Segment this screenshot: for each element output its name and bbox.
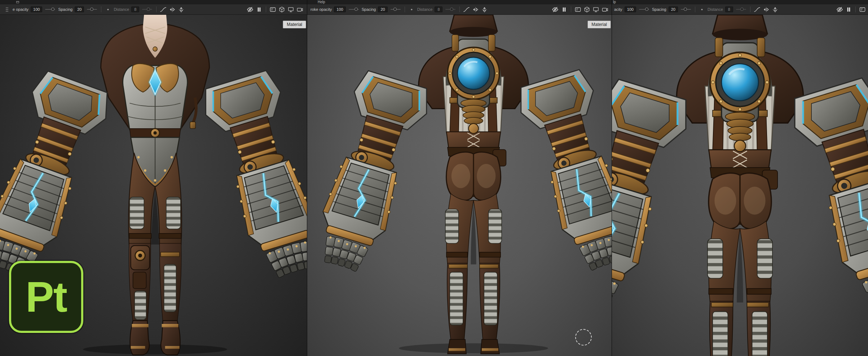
spacing-value[interactable]: 20	[378, 6, 387, 12]
distance-label: Distance	[114, 7, 129, 12]
menu-bar	[0, 0, 307, 4]
toolbar-separator	[855, 6, 856, 12]
toolbar-separator	[750, 6, 750, 12]
display-settings-icon[interactable]	[287, 6, 294, 13]
menu-bar: lp	[612, 0, 868, 4]
spacing-slider[interactable]	[391, 9, 401, 10]
substance-painter-logo: Pt	[9, 261, 83, 333]
spacing-value[interactable]: 20	[75, 6, 84, 12]
window-icon	[16, 0, 20, 4]
panels-toggle-icon[interactable]	[269, 6, 276, 13]
symmetry-y-icon[interactable]	[772, 6, 779, 13]
symmetry-x-icon[interactable]	[472, 6, 479, 13]
spacing-slider[interactable]	[87, 9, 97, 10]
stroke-opacity-value[interactable]: 100	[334, 6, 345, 12]
distance-dot-icon[interactable]	[408, 6, 415, 13]
stroke-opacity-label: e opacity	[13, 7, 28, 12]
distance-dot-icon[interactable]	[105, 6, 111, 13]
viewport-3d[interactable]	[612, 15, 868, 356]
symmetry-x-icon[interactable]	[169, 6, 176, 13]
viewport-panel-back: Help roke opacity 100 Spacing 20 Distanc…	[307, 0, 612, 356]
menu-item-help[interactable]: lp	[613, 0, 616, 4]
distance-value[interactable]: 8	[725, 6, 733, 12]
stroke-opacity-slider[interactable]	[639, 9, 649, 10]
camera-icon[interactable]	[602, 6, 608, 13]
spacing-label: Spacing	[652, 7, 666, 12]
brush-cursor	[575, 329, 592, 346]
pause-icon[interactable]	[256, 6, 263, 13]
visibility-off-icon[interactable]	[552, 6, 559, 13]
visibility-off-icon[interactable]	[247, 6, 254, 13]
viewport-3d[interactable]: Material Pt	[0, 15, 307, 356]
panels-toggle-icon[interactable]	[574, 6, 581, 13]
stroke-opacity-label: roke opacity	[310, 7, 332, 12]
character-model-back-view	[612, 15, 868, 356]
distance-value[interactable]: 8	[131, 6, 139, 12]
stroke-opacity-value[interactable]: 100	[625, 6, 636, 12]
perspective-cube-icon[interactable]	[278, 6, 285, 13]
material-mode-badge[interactable]: Material	[587, 21, 611, 28]
distance-label: Distance	[417, 7, 433, 12]
viewport-panel-front: e opacity 100 Spacing 20 Distance 8	[0, 0, 307, 356]
distance-dot-icon[interactable]	[699, 6, 705, 13]
stroke-opacity-slider[interactable]	[349, 9, 359, 10]
material-mode-badge[interactable]: Material	[283, 21, 306, 28]
character-model-back-view	[307, 15, 612, 356]
toolbar-separator	[571, 6, 571, 12]
toolbar-separator	[266, 6, 266, 12]
spacing-label: Spacing	[362, 7, 376, 12]
stroke-opacity-value[interactable]: 100	[31, 6, 42, 12]
app-window: e opacity 100 Spacing 20 Distance 8	[0, 0, 868, 356]
camera-icon[interactable]	[296, 6, 303, 13]
brush-toolbar: acity 100 Spacing 20 Distance 8	[612, 4, 868, 15]
panels-toggle-icon[interactable]	[859, 6, 866, 13]
menu-bar: Help	[307, 0, 612, 4]
distance-label: Distance	[708, 7, 723, 12]
falloff-curve-icon[interactable]	[754, 6, 761, 13]
viewport-3d[interactable]: Material	[307, 15, 612, 356]
visibility-off-icon[interactable]	[836, 6, 843, 13]
symmetry-x-icon[interactable]	[763, 6, 770, 13]
dock-handle-icon[interactable]	[4, 6, 10, 13]
toolbar-separator	[405, 6, 405, 12]
falloff-curve-icon[interactable]	[160, 6, 167, 13]
spacing-label: Spacing	[58, 7, 72, 12]
stroke-opacity-slider[interactable]	[45, 9, 55, 10]
symmetry-y-icon[interactable]	[178, 6, 185, 13]
distance-slider[interactable]	[142, 9, 152, 10]
stroke-opacity-label: acity	[614, 7, 622, 12]
pause-icon[interactable]	[845, 6, 852, 13]
distance-value[interactable]: 8	[435, 6, 442, 12]
distance-slider[interactable]	[736, 9, 746, 10]
viewport-panel-back-zoom: lp acity 100 Spacing 20 Distance 8	[612, 0, 868, 356]
toolbar-separator	[156, 6, 157, 12]
toolbar-separator	[695, 6, 695, 12]
toolbar-separator	[101, 6, 101, 12]
logo-text: Pt	[26, 272, 67, 321]
pause-icon[interactable]	[561, 6, 568, 13]
spacing-value[interactable]: 20	[669, 6, 678, 12]
perspective-cube-icon[interactable]	[583, 6, 590, 13]
symmetry-y-icon[interactable]	[481, 6, 488, 13]
brush-toolbar: roke opacity 100 Spacing 20 Distance 8	[307, 4, 612, 15]
display-settings-icon[interactable]	[592, 6, 599, 13]
distance-slider[interactable]	[445, 9, 455, 10]
brush-toolbar: e opacity 100 Spacing 20 Distance 8	[0, 4, 307, 15]
toolbar-separator	[459, 6, 460, 12]
menu-item-help[interactable]: Help	[318, 0, 325, 4]
falloff-curve-icon[interactable]	[463, 6, 470, 13]
spacing-slider[interactable]	[681, 9, 691, 10]
